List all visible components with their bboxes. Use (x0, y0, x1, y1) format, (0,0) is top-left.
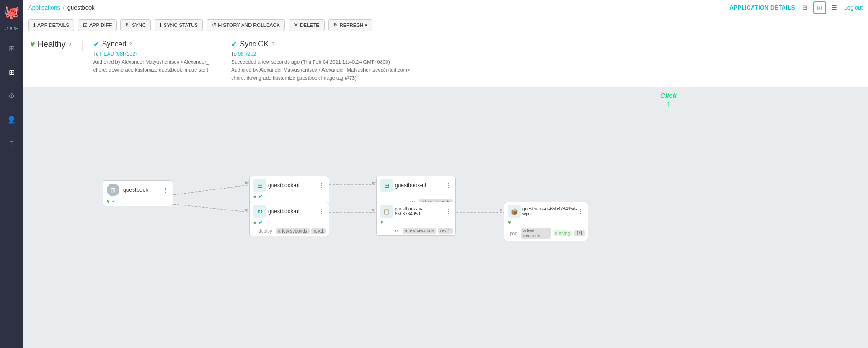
node-pod-status: ♥ (504, 219, 588, 227)
svc-check-icon: ✔ (258, 194, 263, 200)
node-svc-header: ⊞ guestbook-ui ⋮ (250, 176, 329, 193)
sync-ok-section: ✔ Sync OK ? To 08f72e2 Succeeded a few s… (220, 40, 421, 82)
sidebar-item-home[interactable]: ⊞ (4, 41, 19, 56)
node-ep-status (377, 193, 455, 198)
node-rs-header: 📋 guestbook-ui-65b878495d ⋮ (377, 202, 455, 219)
delete-button[interactable]: ✕ DELETE (289, 19, 325, 31)
app-diff-label: APP DIFF (89, 22, 112, 28)
node-rs-footer: rs a few seconds rev:1 (377, 227, 455, 235)
rs-rev-badge: rev:1 (438, 228, 453, 234)
breadcrumb-separator: / (63, 4, 65, 11)
graph-area: ⊞ guestbook ⋮ ♥ ✔ ⊞ guestbook-ui ⋮ (23, 87, 868, 348)
top-nav: Applications / guestbook APPLICATION DET… (23, 0, 868, 15)
health-status-section: ♥ Healthy ? (30, 40, 83, 51)
svg-line-1 (173, 204, 249, 212)
refresh-button[interactable]: ↻ REFRESH ▾ (328, 19, 373, 31)
ep-icon: ⊞ (380, 179, 393, 192)
sidebar-item-docs[interactable]: ≡ (4, 136, 19, 150)
health-label: Healthy (38, 40, 66, 49)
toolbar: ℹ APP DETAILS ⊡ APP DIFF ↻ SYNC ℹ SYNC S… (23, 15, 868, 35)
deploy-rev-badge: rev:1 (311, 228, 326, 234)
sync-ok-succeeded: Succeeded a few seconds ago (Thu Feb 04 … (231, 58, 410, 67)
node-pod-menu[interactable]: ⋮ (578, 208, 584, 215)
sync-details: To HEAD (08f72e2) Authored by Alexander … (93, 50, 209, 74)
sync-status-title: ✔ Synced ? (93, 40, 209, 48)
node-rs-status: ♥ (377, 219, 455, 227)
refresh-label: REFRESH ▾ (340, 22, 368, 28)
breadcrumb-parent[interactable]: Applications (28, 4, 60, 11)
pod-heart-icon: ♥ (508, 220, 511, 225)
sync-ok-author: Authored by Alexander Matyushentsev <Ale… (231, 66, 410, 74)
node-pod[interactable]: 📦 guestbook-ui-65b878495d-wjm... ⋮ ♥ pod… (504, 202, 588, 241)
rs-heart-icon: ♥ (380, 220, 383, 225)
node-guestbook-menu[interactable]: ⋮ (163, 186, 169, 194)
status-bar: ♥ Healthy ? ✔ Synced ? To HEAD (08f72e2)… (23, 35, 868, 87)
sync-status-section: ✔ Synced ? To HEAD (08f72e2) Authored by… (83, 40, 220, 74)
node-deploy-status: ♥ ✔ (250, 219, 329, 227)
app-diff-button[interactable]: ⊡ APP DIFF (78, 19, 117, 31)
app-details-title: APPLICATION DETAILS (729, 5, 795, 11)
history-icon: ↺ (212, 22, 216, 28)
deploy-check-icon: ✔ (258, 220, 263, 225)
svg-marker-6 (245, 209, 249, 211)
sidebar-item-apps[interactable]: ⊞ (4, 65, 19, 79)
filter-icon-btn[interactable]: ⊟ (799, 1, 811, 14)
app-logo: 🐙 (3, 4, 20, 20)
node-svc-menu[interactable]: ⋮ (319, 182, 325, 189)
node-rs-menu[interactable]: ⋮ (445, 208, 452, 215)
rs-icon: 📋 (380, 205, 393, 218)
node-deploy-header: ↻ guestbook-ui ⋮ (250, 202, 329, 219)
sync-author: Authored by Alexander Matyushentsev <Ale… (93, 58, 209, 67)
sync-status-icon: ℹ (160, 22, 162, 28)
pod-ratio-badge: 1/1 (574, 230, 585, 236)
sync-ok-icon: ✔ (231, 40, 237, 48)
node-deploy-menu[interactable]: ⋮ (319, 208, 325, 215)
node-ep-menu[interactable]: ⋮ (445, 182, 452, 189)
app-details-button[interactable]: ℹ APP DETAILS (28, 19, 74, 31)
click-label: Click (660, 92, 677, 99)
health-help-icon[interactable]: ? (68, 42, 71, 47)
sync-status-button[interactable]: ℹ SYNC STATUS (155, 19, 203, 31)
node-guestbook-header: ⊞ guestbook ⋮ (103, 181, 173, 197)
tree-view-btn[interactable]: ⊞ (813, 1, 826, 14)
history-rollback-label: HISTORY AND ROLLBACK (218, 22, 280, 28)
node-guestbook[interactable]: ⊞ guestbook ⋮ ♥ ✔ (103, 180, 173, 206)
commit-link[interactable]: 08f72e2 (238, 51, 256, 56)
sidebar-item-user[interactable]: 👤 (4, 112, 19, 127)
history-rollback-button[interactable]: ↺ HISTORY AND ROLLBACK (207, 19, 285, 31)
check-status-icon: ✔ (112, 198, 116, 204)
node-ep-header: ⊞ guestbook-ui ⋮ (377, 176, 455, 193)
sidebar: 🐙 v1.8.3+ ⊞ ⊞ ⚙ 👤 ≡ (0, 0, 23, 348)
svg-marker-7 (372, 181, 376, 184)
head-commit-link[interactable]: HEAD (08f72e2) (100, 51, 137, 56)
node-guestbook-status: ♥ ✔ (103, 197, 173, 206)
node-deploy-footer: deploy a few seconds rev:1 (250, 227, 329, 236)
sync-check-icon: ✔ (93, 40, 99, 48)
app-wrapper: 🐙 v1.8.3+ ⊞ ⊞ ⚙ 👤 ≡ Applications / guest… (0, 0, 868, 348)
node-rs[interactable]: 📋 guestbook-ui-65b878495d ⋮ ♥ rs a few s… (376, 202, 456, 236)
heart-icon: ♥ (30, 40, 35, 49)
info-icon: ℹ (33, 22, 36, 28)
sync-help-icon[interactable]: ? (129, 41, 132, 47)
svc-icon: ⊞ (253, 179, 266, 192)
node-deploy[interactable]: ↻ guestbook-ui ⋮ ♥ ✔ deploy a few second… (249, 202, 329, 236)
node-ep-title: guestbook-ui (395, 182, 445, 189)
pod-label: pod (508, 231, 519, 236)
refresh-icon: ↻ (333, 22, 338, 28)
sync-button[interactable]: ↻ SYNC (120, 19, 151, 31)
deploy-heart-icon: ♥ (253, 220, 257, 225)
top-right: APPLICATION DETAILS ⊟ ⊞ ☰ ↑ Log out (729, 1, 863, 14)
list-view-btn[interactable]: ☰ (828, 1, 841, 14)
sync-ok-help-icon[interactable]: ? (271, 41, 274, 47)
logout-button[interactable]: Log out (844, 5, 863, 11)
click-indicator-overlay: Click ↑ (660, 92, 677, 109)
sidebar-item-settings[interactable]: ⚙ (4, 88, 19, 103)
svc-heart-icon: ♥ (253, 194, 257, 200)
node-pod-header: 📦 guestbook-ui-65b878495d-wjm... ⋮ (504, 202, 588, 219)
diff-icon: ⊡ (83, 22, 88, 28)
node-svc-status: ♥ ✔ (250, 193, 329, 201)
guestbook-icon: ⊞ (107, 184, 119, 196)
breadcrumb: Applications / guestbook (28, 4, 95, 11)
node-guestbook-title: guestbook (123, 187, 163, 193)
arrow-up-icon: ↑ (666, 99, 671, 109)
